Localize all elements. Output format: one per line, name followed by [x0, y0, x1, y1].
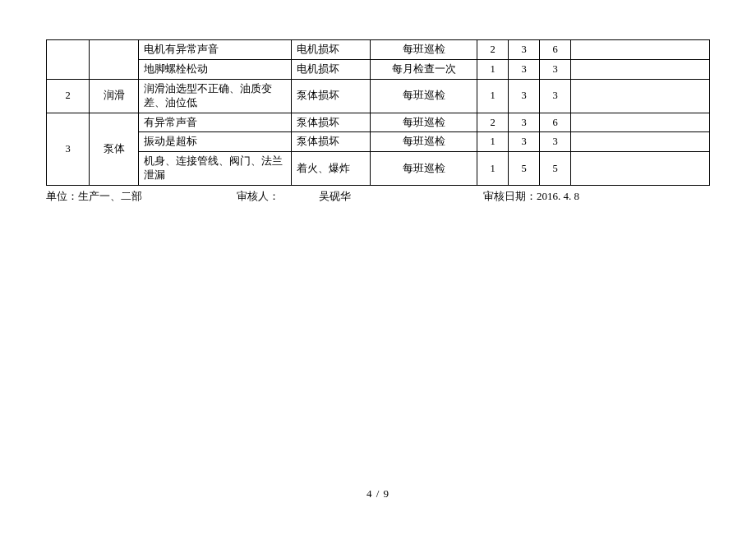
- cell-fail: 泵体损坏: [292, 132, 371, 152]
- inspection-table: 电机有异常声音 电机损坏 每班巡检 2 3 6 地脚螺栓松动 电机损坏 每月检查…: [46, 39, 710, 186]
- cell-freq: 每班巡检: [371, 113, 477, 132]
- cell-freq: 每班巡检: [371, 40, 477, 60]
- cell-fail: 泵体损坏: [292, 113, 371, 132]
- table-row: 机身、连接管线、阀门、法兰泄漏 着火、爆炸 每班巡检 1 5 5: [47, 152, 710, 186]
- cell-a: 1: [477, 132, 509, 152]
- cell-b: 3: [509, 79, 540, 113]
- cell-note: [571, 132, 710, 152]
- cell-c: 6: [540, 113, 571, 132]
- cell-idx: 3: [47, 113, 90, 186]
- cell-fail: 电机损坏: [292, 59, 371, 79]
- cell-c: 5: [540, 152, 571, 186]
- footer-reviewer-label: 审核人：: [237, 189, 319, 204]
- cell-c: 3: [540, 132, 571, 152]
- table-row: 3 泵体 有异常声音 泵体损坏 每班巡检 2 3 6: [47, 113, 710, 132]
- cell-desc: 振动是超标: [139, 132, 292, 152]
- cell-note: [571, 79, 710, 113]
- table-row: 电机有异常声音 电机损坏 每班巡检 2 3 6: [47, 40, 710, 60]
- cell-b: 5: [509, 152, 540, 186]
- cell-a: 1: [477, 59, 509, 79]
- cell-idx: [47, 40, 90, 80]
- cell-desc: 有异常声音: [139, 113, 292, 132]
- cell-note: [571, 40, 710, 60]
- cell-freq: 每班巡检: [371, 152, 477, 186]
- cell-c: 3: [540, 59, 571, 79]
- cell-b: 3: [509, 113, 540, 132]
- cell-b: 3: [509, 59, 540, 79]
- cell-desc: 润滑油选型不正确、油质变差、油位低: [139, 79, 292, 113]
- cell-freq: 每班巡检: [371, 79, 477, 113]
- cell-note: [571, 113, 710, 132]
- footer-unit: 单位：生产一、二部: [46, 189, 237, 204]
- cell-a: 2: [477, 113, 509, 132]
- cell-cat: [90, 40, 139, 80]
- cell-note: [571, 59, 710, 79]
- cell-b: 3: [509, 40, 540, 60]
- cell-fail: 电机损坏: [292, 40, 371, 60]
- cell-desc: 机身、连接管线、阀门、法兰泄漏: [139, 152, 292, 186]
- cell-freq: 每班巡检: [371, 132, 477, 152]
- cell-a: 1: [477, 152, 509, 186]
- table-row: 振动是超标 泵体损坏 每班巡检 1 3 3: [47, 132, 710, 152]
- cell-cat: 润滑: [90, 79, 139, 113]
- cell-note: [571, 152, 710, 186]
- cell-b: 3: [509, 132, 540, 152]
- footer-line: 单位：生产一、二部 审核人： 吴砚华 审核日期：2016. 4. 8: [46, 189, 710, 204]
- footer-reviewer-name: 吴砚华: [319, 189, 483, 204]
- cell-desc: 电机有异常声音: [139, 40, 292, 60]
- table-row: 2 润滑 润滑油选型不正确、油质变差、油位低 泵体损坏 每班巡检 1 3 3: [47, 79, 710, 113]
- cell-a: 2: [477, 40, 509, 60]
- cell-c: 6: [540, 40, 571, 60]
- table-row: 地脚螺栓松动 电机损坏 每月检查一次 1 3 3: [47, 59, 710, 79]
- cell-c: 3: [540, 79, 571, 113]
- footer-date: 审核日期：2016. 4. 8: [483, 189, 710, 204]
- cell-cat: 泵体: [90, 113, 139, 186]
- cell-fail: 泵体损坏: [292, 79, 371, 113]
- cell-freq: 每月检查一次: [371, 59, 477, 79]
- cell-idx: 2: [47, 79, 90, 113]
- cell-desc: 地脚螺栓松动: [139, 59, 292, 79]
- cell-a: 1: [477, 79, 509, 113]
- cell-fail: 着火、爆炸: [292, 152, 371, 186]
- page-number: 4 / 9: [0, 487, 756, 500]
